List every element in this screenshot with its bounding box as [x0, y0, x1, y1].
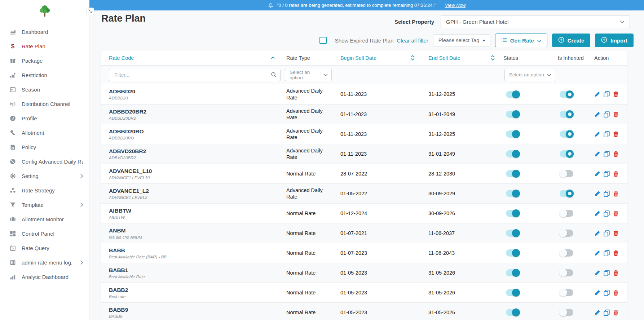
edit-icon[interactable]: [594, 290, 600, 296]
sidebar-item-allotment-monitor[interactable]: Allotment Monitor: [0, 212, 89, 226]
is-inherited-toggle[interactable]: [560, 91, 573, 98]
create-button[interactable]: Create: [552, 34, 591, 47]
status-toggle[interactable]: [506, 249, 520, 257]
copy-icon[interactable]: [604, 210, 610, 217]
sidebar-item-config-advanced-daily-rate[interactable]: Config Advanced Daily Rate: [0, 154, 89, 169]
copy-icon[interactable]: [604, 310, 610, 316]
status-toggle[interactable]: [506, 91, 520, 98]
sidebar-item-control-panel[interactable]: Control Panel: [0, 226, 89, 241]
property-select[interactable]: GPH - Green Planet Hotel: [441, 15, 630, 28]
sidebar-item-admin-rate-menu-log[interactable]: admin rate menu log.: [0, 255, 89, 270]
edit-icon[interactable]: [594, 171, 600, 177]
copy-icon[interactable]: [604, 270, 610, 276]
status-toggle[interactable]: [506, 130, 520, 138]
clear-all-filter-link[interactable]: Clear all filter: [397, 37, 428, 44]
delete-icon[interactable]: [613, 111, 619, 117]
is-inherited-toggle[interactable]: [560, 170, 573, 177]
copy-icon[interactable]: [604, 171, 610, 177]
copy-icon[interactable]: [604, 250, 610, 256]
status-toggle[interactable]: [506, 111, 520, 118]
status-toggle[interactable]: [506, 190, 520, 197]
copy-icon[interactable]: [604, 290, 610, 296]
tag-select[interactable]: Please select Tag ▾: [433, 34, 490, 46]
status-toggle[interactable]: [506, 269, 520, 276]
delete-icon[interactable]: [613, 151, 619, 157]
edit-icon[interactable]: [594, 230, 600, 236]
is-inherited-toggle[interactable]: [560, 111, 573, 118]
gen-rate-button[interactable]: Gen Rate: [495, 34, 547, 47]
status-toggle[interactable]: [506, 170, 520, 177]
is-inherited-cell: [555, 210, 593, 217]
import-button[interactable]: Import: [595, 34, 634, 47]
sidebar-item-season[interactable]: Season: [0, 82, 89, 97]
copy-icon[interactable]: [604, 91, 610, 97]
edit-icon[interactable]: [594, 111, 600, 117]
copy-icon[interactable]: [604, 151, 610, 157]
view-now-link[interactable]: View Now: [445, 3, 466, 8]
sidebar-item-rate-query[interactable]: ?Rate Query: [0, 241, 89, 255]
copy-icon[interactable]: [604, 131, 610, 137]
is-inherited-toggle[interactable]: [560, 190, 573, 197]
begin-sell-date-cell: 01-11-2023: [332, 131, 418, 137]
rate-description: ADVANCE1 LEVEL10: [109, 175, 278, 180]
sidebar-item-restriction[interactable]: Restriction: [0, 68, 89, 82]
status-toggle[interactable]: [506, 309, 520, 316]
edit-icon[interactable]: [594, 131, 600, 137]
sort-asc-icon[interactable]: [271, 57, 275, 59]
rate-code-filter-input[interactable]: [109, 69, 281, 81]
sidebar-item-dashboard[interactable]: Dashboard: [0, 25, 89, 39]
is-inherited-toggle[interactable]: [560, 210, 573, 217]
sidebar-item-profile[interactable]: Profile: [0, 111, 89, 125]
delete-icon[interactable]: [613, 270, 619, 276]
status-filter-select[interactable]: Select an option: [504, 69, 555, 81]
delete-icon[interactable]: [613, 250, 619, 256]
copy-icon[interactable]: [604, 111, 610, 117]
sidebar-item-rate-plan[interactable]: $Rate Plan: [0, 39, 89, 53]
status-toggle[interactable]: [506, 150, 520, 157]
is-inherited-toggle[interactable]: [560, 230, 573, 237]
edit-icon[interactable]: [594, 310, 600, 316]
show-expired-checkbox[interactable]: [319, 37, 327, 44]
is-inherited-toggle[interactable]: [560, 130, 573, 138]
column-header-begin-sell-date[interactable]: Begin Sell Date: [332, 55, 418, 61]
delete-icon[interactable]: [613, 91, 619, 97]
sidebar-item-package[interactable]: Package: [0, 53, 89, 68]
delete-icon[interactable]: [613, 191, 619, 197]
sidebar-collapse-button[interactable]: [87, 8, 94, 15]
edit-icon[interactable]: [594, 191, 600, 197]
edit-icon[interactable]: [594, 250, 600, 256]
edit-icon[interactable]: [594, 151, 600, 157]
column-header-rate-code[interactable]: Rate Code: [101, 55, 278, 61]
is-inherited-toggle[interactable]: [560, 289, 573, 296]
status-toggle[interactable]: [506, 289, 520, 296]
column-header-end-sell-date[interactable]: End Sell Date: [418, 55, 498, 61]
delete-icon[interactable]: [613, 131, 619, 137]
delete-icon[interactable]: [613, 310, 619, 316]
delete-icon[interactable]: [613, 171, 619, 177]
sort-both-icon[interactable]: [411, 55, 415, 61]
sidebar-item-template[interactable]: Template: [0, 197, 89, 212]
copy-icon[interactable]: [604, 191, 610, 197]
delete-icon[interactable]: [613, 210, 619, 217]
is-inherited-toggle[interactable]: [560, 150, 573, 157]
sidebar-item-rate-strategy[interactable]: Rate Strategy: [0, 183, 89, 197]
edit-icon[interactable]: [594, 270, 600, 276]
is-inherited-toggle[interactable]: [560, 309, 573, 316]
edit-icon[interactable]: [594, 91, 600, 97]
copy-icon[interactable]: [604, 230, 610, 236]
status-toggle[interactable]: [506, 230, 520, 237]
delete-icon[interactable]: [613, 290, 619, 296]
edit-icon[interactable]: [594, 210, 600, 217]
status-toggle[interactable]: [506, 210, 520, 217]
sidebar-item-policy[interactable]: Policy: [0, 140, 89, 154]
is-inherited-toggle[interactable]: [560, 249, 573, 257]
rate-type-filter-select[interactable]: Select an option: [285, 69, 332, 81]
is-inherited-toggle[interactable]: [560, 269, 573, 276]
sidebar-item-allotment[interactable]: Allotment: [0, 125, 89, 140]
sidebar-item-setting[interactable]: Setting: [0, 169, 89, 183]
logo[interactable]: [0, 0, 89, 22]
sidebar-item-distribution-channel[interactable]: Distribution Channel: [0, 97, 89, 111]
sidebar-item-analytic-dashboard[interactable]: Analytic Dashboard: [0, 270, 89, 284]
sort-both-icon[interactable]: [491, 55, 495, 61]
delete-icon[interactable]: [613, 230, 619, 236]
